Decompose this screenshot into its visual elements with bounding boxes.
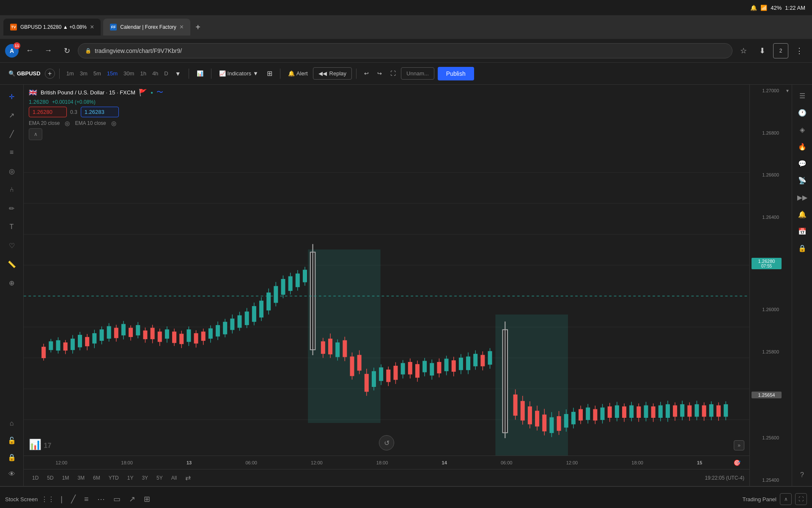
timeframe-4h[interactable]: 4h	[150, 69, 161, 78]
bottom-collapse-up-button[interactable]: ∧	[780, 493, 792, 505]
bottom-rect-tool[interactable]: ▭	[111, 492, 123, 506]
period-all[interactable]: All	[168, 473, 180, 483]
collapse-panel-button[interactable]: ∧	[29, 128, 42, 140]
bottom-toolbar: Stock Screen ⋮⋮ | ╱ ≡ ⋯ ▭ ↗ ⊞ Trading Pa…	[0, 486, 812, 508]
price-level-3: 1.26600	[752, 172, 782, 177]
period-6m[interactable]: 6M	[90, 473, 104, 483]
rt-clock-button[interactable]: 🕐	[795, 105, 810, 120]
lock-tool[interactable]: 🔓	[3, 432, 20, 449]
symbol-section: 🔍 GBPUSD +	[5, 67, 55, 80]
search-button[interactable]: 🔍 GBPUSD	[5, 67, 44, 80]
publish-button[interactable]: Publish	[438, 67, 474, 80]
timeframe-3m[interactable]: 3m	[77, 69, 90, 78]
heart-tool[interactable]: ♡	[3, 237, 20, 254]
draw-fork-tool[interactable]: ⑃	[3, 181, 20, 198]
rt-broadcast-button[interactable]: 📡	[795, 173, 810, 188]
separator-2	[189, 69, 189, 79]
rt-forward-button[interactable]: ▶▶	[795, 190, 810, 205]
chart-reload-button[interactable]: ↺	[379, 435, 394, 450]
ema1-toggle[interactable]: ◎	[65, 120, 70, 127]
rt-lock-button[interactable]: 🔒	[795, 240, 810, 256]
rt-flame-button[interactable]: 🔥	[795, 139, 810, 154]
compare-period-button[interactable]: ⇄	[182, 472, 194, 483]
rt-calendar-button[interactable]: 📅	[795, 224, 810, 239]
rt-bell-button[interactable]: 🔔	[795, 207, 810, 222]
ask-price-input[interactable]	[81, 107, 119, 117]
time-axis-goto-button[interactable]: 🎯	[729, 455, 744, 470]
bottom-arrow-tool[interactable]: ↗	[126, 492, 138, 506]
indicators-label: Indicators	[228, 70, 251, 77]
timeframe-D[interactable]: D	[162, 69, 170, 78]
timeframe-5m[interactable]: 5m	[91, 69, 104, 78]
currency-dropdown[interactable]: ▼	[783, 86, 792, 95]
zoom-tool[interactable]: ⊕	[3, 274, 20, 291]
replay-button[interactable]: ◀◀ Replay	[313, 67, 352, 80]
redo-button[interactable]: ↪	[374, 67, 385, 80]
rt-help-button[interactable]: ?	[795, 467, 810, 483]
period-1d[interactable]: 1D	[29, 473, 42, 483]
crosshair-tool[interactable]: ✛	[3, 88, 20, 105]
eye-tool[interactable]: 👁	[3, 466, 20, 483]
bottom-expand-down-button[interactable]: ⛶	[795, 493, 807, 505]
period-3m[interactable]: 3M	[74, 473, 88, 483]
rt-chat-button[interactable]: 💬	[795, 156, 810, 171]
period-1y[interactable]: 1Y	[124, 473, 137, 483]
bottom-line-tool[interactable]: ╱	[69, 492, 78, 506]
rt-layers-button[interactable]: ◈	[795, 122, 810, 137]
tab-tradingview[interactable]: TV GBPUSD 1.26280 ▲ +0.08% ×	[3, 19, 101, 36]
nav-bar: A 11 ← → ↻ 🔒 tradingview.com/chart/F9V7K…	[0, 39, 812, 63]
candlestick-area[interactable]: ↺ » 📊 17	[24, 141, 749, 456]
download-button[interactable]: ⬇	[754, 43, 770, 58]
forward-button[interactable]: →	[41, 43, 56, 58]
unnamed-button[interactable]: Unnam...	[401, 67, 434, 80]
address-bar[interactable]: 🔒 tradingview.com/chart/F9V7Kbr9/	[78, 43, 732, 58]
timeframe-more[interactable]: ▼	[172, 67, 184, 80]
text-tool[interactable]: T	[3, 218, 20, 235]
cursor-tool[interactable]: ↗	[3, 107, 20, 124]
ema1-label: EMA 20 close	[29, 120, 60, 126]
tab-count-button[interactable]: 2	[773, 43, 788, 58]
draw-lines-tool[interactable]: ≡	[3, 144, 20, 161]
bottom-h-lines-tool[interactable]: ≡	[82, 492, 91, 506]
bottom-section-dots[interactable]: ⋮⋮	[41, 495, 55, 503]
bottom-dots-tool[interactable]: ⋯	[95, 492, 107, 506]
chart-type-button[interactable]: 📊	[193, 67, 207, 80]
draw-line-tool[interactable]: ╱	[3, 125, 20, 142]
tab-close-tv[interactable]: ×	[90, 23, 94, 31]
rt-menu-button[interactable]: ☰	[795, 88, 810, 103]
bid-price-input[interactable]	[29, 107, 67, 117]
chart-expand-button[interactable]: »	[734, 440, 744, 450]
timeframe-1h[interactable]: 1h	[137, 69, 148, 78]
profile-button[interactable]: A 11	[5, 44, 19, 58]
back-button[interactable]: ←	[22, 43, 37, 58]
undo-button[interactable]: ↩	[361, 67, 372, 80]
period-3y[interactable]: 3Y	[138, 473, 151, 483]
home-tool[interactable]: ⌂	[3, 415, 20, 432]
period-5d[interactable]: 5D	[44, 473, 57, 483]
period-1m[interactable]: 1M	[59, 473, 73, 483]
timeframe-15m[interactable]: 15m	[104, 69, 120, 78]
compare-button[interactable]: ⊞	[263, 67, 276, 80]
draw-pencil-tool[interactable]: ✏	[3, 200, 20, 217]
new-tab-button[interactable]: +	[192, 21, 204, 34]
menu-button[interactable]: ⋮	[792, 43, 807, 58]
fullscreen-button[interactable]: ⛶	[387, 67, 399, 80]
reload-button[interactable]: ↻	[59, 43, 74, 58]
tab-close-ff[interactable]: ×	[180, 23, 184, 31]
replay-icon: ◀◀	[318, 70, 327, 77]
timeframe-1m[interactable]: 1m	[64, 69, 77, 78]
indicators-button[interactable]: 📈 Indicators ▼	[216, 67, 262, 80]
period-ytd[interactable]: YTD	[105, 473, 122, 483]
bottom-multi-tool[interactable]: ⊞	[141, 492, 153, 506]
timeframe-30m[interactable]: 30m	[121, 69, 137, 78]
draw-shape-tool[interactable]: ◎	[3, 163, 20, 179]
add-symbol-button[interactable]: +	[45, 69, 55, 79]
alert-button[interactable]: 🔔 Alert	[285, 67, 311, 80]
bookmark-button[interactable]: ☆	[736, 43, 751, 58]
ruler-tool[interactable]: 📏	[3, 256, 20, 273]
lock-tool-2[interactable]: 🔒	[3, 449, 20, 466]
ema2-toggle[interactable]: ◎	[111, 120, 116, 127]
period-5y[interactable]: 5Y	[153, 473, 166, 483]
tab-forex[interactable]: FF Calendar | Forex Factory ×	[103, 19, 190, 36]
bottom-crosshair-tool[interactable]: |	[58, 492, 65, 506]
